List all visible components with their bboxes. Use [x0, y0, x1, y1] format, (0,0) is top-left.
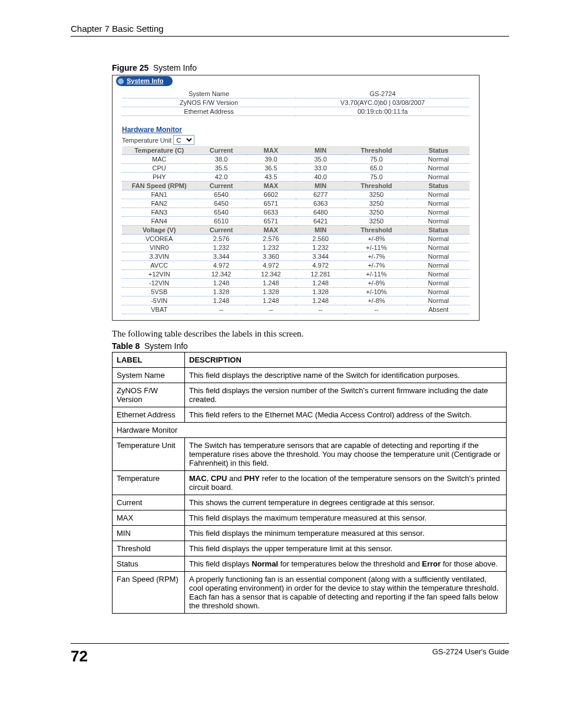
- hw-data-cell: VBAT: [122, 305, 196, 314]
- hw-data-cell: 43.5: [246, 173, 296, 182]
- hw-data-cell: 3.344: [296, 252, 345, 261]
- hw-data-cell: +/-11%: [345, 243, 407, 252]
- hw-header-cell: MAX: [246, 226, 296, 235]
- hw-data-cell: 2.576: [246, 235, 296, 243]
- desc-text-cell: This field displays the minimum temperat…: [185, 526, 507, 541]
- hw-data-cell: 5VSB: [122, 288, 196, 297]
- description-table: LABEL DESCRIPTION System NameThis field …: [112, 352, 507, 614]
- figure-label: Figure 25: [112, 63, 148, 73]
- hw-data-cell: FAN1: [122, 190, 196, 199]
- hw-data-cell: 35.0: [296, 155, 345, 164]
- sysinfo-label: ZyNOS F/W Version: [122, 98, 296, 107]
- hw-data-cell: 38.0: [196, 155, 246, 164]
- hw-data-cell: 12.281: [296, 270, 345, 279]
- hw-header-cell: Current: [196, 182, 246, 190]
- hw-data-row: VBAT--------Absent: [122, 305, 470, 314]
- page-number: 72: [71, 647, 88, 666]
- system-info-tab[interactable]: System Info: [116, 76, 173, 86]
- hw-data-cell: 3250: [345, 199, 407, 208]
- hw-data-row: VINR01.2321.2321.232+/-11%Normal: [122, 243, 470, 252]
- sysinfo-value: 00:19:cb:00:11:fa: [296, 107, 470, 116]
- hw-data-cell: 6480: [296, 208, 345, 217]
- hw-data-cell: 35.5: [196, 164, 246, 173]
- system-info-screenshot: System Info System NameGS-2724ZyNOS F/W …: [112, 75, 480, 321]
- hw-data-cell: FAN3: [122, 208, 196, 217]
- hw-data-cell: 6540: [196, 208, 246, 217]
- hw-data-row: -12VIN1.2481.2481.248+/-8%Normal: [122, 279, 470, 288]
- hw-data-cell: 4.972: [196, 261, 246, 270]
- hw-data-cell: 1.248: [246, 297, 296, 305]
- hw-header-cell: Current: [196, 226, 246, 235]
- temperature-unit-select[interactable]: C: [173, 135, 194, 145]
- desc-text-cell: This field displays Normal for temperatu…: [185, 556, 507, 572]
- hw-header-cell: Temperature (C): [122, 146, 196, 155]
- hardware-monitor-table: Temperature (C)CurrentMAXMINThresholdSta…: [122, 146, 470, 314]
- desc-label-cell: ZyNOS F/W Version: [113, 383, 185, 407]
- hw-data-row: PHY42.043.540.075.0Normal: [122, 173, 470, 182]
- hw-header-cell: Threshold: [345, 146, 407, 155]
- hw-data-cell: 1.328: [246, 288, 296, 297]
- hw-data-cell: 33.0: [296, 164, 345, 173]
- desc-header-label: LABEL: [113, 353, 185, 368]
- hw-data-cell: 1.248: [296, 279, 345, 288]
- temperature-unit-row: Temperature Unit C: [122, 135, 479, 145]
- hw-data-cell: 36.5: [246, 164, 296, 173]
- hw-data-cell: 1.232: [246, 243, 296, 252]
- chapter-header: Chapter 7 Basic Setting: [71, 24, 509, 37]
- hw-data-cell: Normal: [408, 217, 470, 226]
- sysinfo-label: System Name: [122, 90, 296, 98]
- desc-header-description: DESCRIPTION: [185, 353, 507, 368]
- desc-label-cell: MAX: [113, 510, 185, 526]
- hw-data-cell: +12VIN: [122, 270, 196, 279]
- hw-data-cell: AVCC: [122, 261, 196, 270]
- desc-text-cell: This shows the current temperature in de…: [185, 495, 507, 510]
- desc-row: System NameThis field displays the descr…: [113, 368, 507, 383]
- desc-label-cell: System Name: [113, 368, 185, 383]
- hw-header-cell: Current: [196, 146, 246, 155]
- hw-data-cell: CPU: [122, 164, 196, 173]
- intro-text: The following table describes the labels…: [112, 329, 509, 339]
- hw-data-cell: 6571: [246, 199, 296, 208]
- hw-data-cell: 75.0: [345, 155, 407, 164]
- desc-row: Temperature UnitThe Switch has temperatu…: [113, 438, 507, 471]
- hw-header-cell: Voltage (V): [122, 226, 196, 235]
- tab-label: System Info: [127, 77, 163, 84]
- hw-data-cell: Normal: [408, 173, 470, 182]
- hw-data-cell: 3.360: [246, 252, 296, 261]
- hw-data-cell: Normal: [408, 235, 470, 243]
- desc-text-cell: A properly functioning fan is an essenti…: [185, 572, 507, 614]
- hw-data-cell: --: [296, 305, 345, 314]
- hardware-monitor-title: Hardware Monitor: [122, 126, 479, 134]
- table-title: System Info: [144, 341, 188, 351]
- hw-data-row: VCOREA2.5762.5762.560+/-8%Normal: [122, 235, 470, 243]
- hw-data-cell: 1.232: [296, 243, 345, 252]
- desc-text-cell: This field displays the maximum temperat…: [185, 510, 507, 526]
- desc-text-cell: MAC, CPU and PHY refer to the location o…: [185, 471, 507, 495]
- hw-data-cell: 1.248: [196, 279, 246, 288]
- hw-data-cell: Normal: [408, 288, 470, 297]
- system-info-table: System NameGS-2724ZyNOS F/W VersionV3.70…: [122, 90, 470, 116]
- hw-data-row: FAN46510657164213250Normal: [122, 217, 470, 226]
- tab-bar: System Info: [113, 75, 479, 86]
- hw-header-cell: Status: [408, 146, 470, 155]
- hw-data-cell: Normal: [408, 243, 470, 252]
- desc-row: ZyNOS F/W VersionThis field displays the…: [113, 383, 507, 407]
- sysinfo-label: Ethernet Address: [122, 107, 296, 116]
- hw-data-cell: 1.248: [196, 297, 246, 305]
- hw-data-cell: 6633: [246, 208, 296, 217]
- hw-header-cell: FAN Speed (RPM): [122, 182, 196, 190]
- hw-data-cell: VCOREA: [122, 235, 196, 243]
- table-caption: Table 8 System Info: [112, 341, 509, 351]
- sysinfo-value: GS-2724: [296, 90, 470, 98]
- temperature-unit-label: Temperature Unit: [122, 137, 171, 144]
- hw-data-cell: 6277: [296, 190, 345, 199]
- hw-data-cell: --: [246, 305, 296, 314]
- hw-data-cell: 6571: [246, 217, 296, 226]
- hw-data-cell: 4.972: [296, 261, 345, 270]
- hw-data-cell: 1.328: [196, 288, 246, 297]
- hw-data-cell: Absent: [408, 305, 470, 314]
- desc-label-cell: Temperature Unit: [113, 438, 185, 471]
- hw-data-cell: 6540: [196, 190, 246, 199]
- desc-row: StatusThis field displays Normal for tem…: [113, 556, 507, 572]
- hw-data-cell: 2.576: [196, 235, 246, 243]
